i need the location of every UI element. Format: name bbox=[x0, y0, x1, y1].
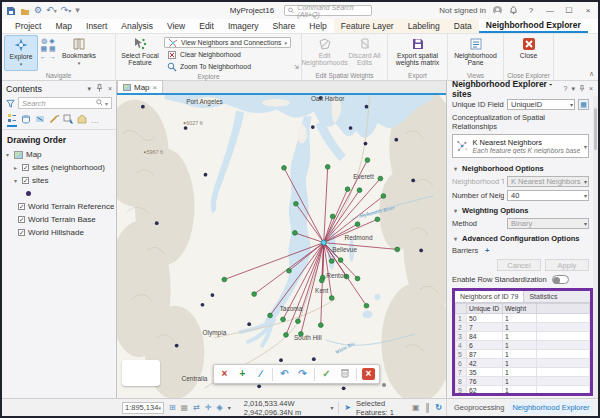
neighbor-point[interactable] bbox=[318, 323, 323, 328]
neighbor-point[interactable] bbox=[268, 313, 273, 318]
table-row[interactable]: 3841 bbox=[456, 332, 590, 341]
apply-button[interactable]: Apply bbox=[545, 259, 589, 271]
neighborhood-pane-button[interactable]: Neighborhood Pane bbox=[452, 35, 500, 68]
attribute-table-icon[interactable]: ▣ bbox=[412, 403, 420, 412]
notifications-bell-icon[interactable] bbox=[509, 6, 518, 15]
menu-tab-feature-layer[interactable]: Feature Layer bbox=[334, 19, 401, 33]
signin-status[interactable]: Not signed in bbox=[439, 6, 486, 15]
site-point[interactable] bbox=[419, 249, 423, 253]
explore-button[interactable]: Explore ▾ bbox=[4, 35, 38, 71]
menu-tab-edit[interactable]: Edit bbox=[192, 19, 221, 33]
swap-arrows-icon[interactable]: ⇄ bbox=[193, 403, 200, 412]
grid-plus-icon[interactable]: ⊞ bbox=[169, 403, 176, 412]
undo-icon[interactable]: ↶ bbox=[278, 368, 291, 380]
edit-neighborhoods-button[interactable]: Edit Neighborhoods bbox=[306, 35, 344, 68]
add-barrier-icon[interactable]: + bbox=[485, 246, 489, 255]
neighbor-point[interactable] bbox=[381, 194, 386, 199]
column-header-unique-id[interactable]: Unique ID bbox=[467, 304, 503, 314]
customize-qat-icon[interactable]: ▾ bbox=[75, 6, 80, 15]
neighbor-point[interactable] bbox=[357, 188, 362, 193]
sites-symbol-row[interactable] bbox=[4, 187, 114, 200]
map-view-tab[interactable]: Map × bbox=[117, 80, 163, 93]
site-point[interactable] bbox=[279, 358, 283, 362]
close-toolbar-icon[interactable]: × bbox=[362, 368, 375, 380]
site-point[interactable] bbox=[155, 221, 159, 225]
view-neighbors-connections-button[interactable]: View Neighbors and Connections ▾ bbox=[164, 37, 291, 48]
help-icon[interactable]: ? bbox=[525, 6, 537, 15]
site-point[interactable] bbox=[312, 357, 316, 361]
dialog-launcher-icon[interactable]: ⇲ bbox=[294, 63, 299, 70]
close-button[interactable]: × bbox=[582, 6, 594, 15]
neighbor-point[interactable] bbox=[395, 247, 400, 252]
more-options-icon[interactable]: … bbox=[91, 116, 99, 125]
refresh-icon[interactable]: ↻ bbox=[435, 403, 442, 412]
neighbor-point[interactable] bbox=[365, 158, 370, 163]
menu-tab-labeling[interactable]: Labeling bbox=[401, 19, 447, 33]
tree-item-sites-neighborhood[interactable]: ▸ ✓ sites (neighborhood) bbox=[4, 161, 114, 174]
pin-icon[interactable] bbox=[579, 85, 585, 93]
chevron-down-icon[interactable]: ▾ bbox=[87, 85, 91, 93]
neighbor-point[interactable] bbox=[330, 214, 335, 219]
close-icon[interactable]: × bbox=[589, 85, 593, 92]
site-point[interactable] bbox=[204, 173, 208, 177]
expander-icon[interactable]: ▸ bbox=[12, 164, 19, 171]
finish-icon[interactable]: ✓ bbox=[320, 368, 333, 380]
neighbor-point[interactable] bbox=[293, 231, 298, 236]
menu-tab-view[interactable]: View bbox=[160, 19, 192, 33]
tab-neighbors-of-id[interactable]: Neighbors of ID 79 bbox=[455, 291, 524, 302]
filter-icon[interactable] bbox=[6, 99, 15, 108]
chevron-down-icon[interactable]: ▾ bbox=[105, 100, 108, 107]
navigator-icon[interactable]: ◈ bbox=[217, 403, 223, 412]
neighbor-point[interactable] bbox=[252, 292, 257, 297]
table-row[interactable]: 5871 bbox=[456, 350, 590, 359]
table-row[interactable]: 6421 bbox=[456, 359, 590, 368]
neighbor-point[interactable] bbox=[287, 268, 292, 273]
tree-item-world-terrain-reference[interactable]: ✓ World Terrain Reference bbox=[4, 200, 114, 213]
site-point[interactable] bbox=[211, 293, 215, 297]
site-point[interactable] bbox=[201, 303, 205, 307]
neighbor-point[interactable] bbox=[296, 319, 301, 324]
map-coordinates[interactable]: 2,016,533.44W 2,942,096.34N m bbox=[244, 399, 326, 417]
table-row[interactable]: 271 bbox=[456, 323, 590, 332]
zoom-to-neighborhood-button[interactable]: Zoom To Neighborhood bbox=[164, 61, 291, 72]
neighbor-point[interactable] bbox=[294, 201, 299, 206]
site-point[interactable] bbox=[349, 126, 353, 130]
menu-tab-share[interactable]: Share bbox=[266, 19, 303, 33]
table-row[interactable]: 7351 bbox=[456, 368, 590, 377]
edit-sketch-icon[interactable]: ∕ bbox=[254, 368, 267, 380]
site-point[interactable] bbox=[247, 322, 251, 326]
cancel-button[interactable]: Cancel bbox=[497, 259, 541, 271]
map-scale-input[interactable]: 1:895,134 ▾ bbox=[122, 402, 164, 414]
minimize-button[interactable]: — bbox=[544, 6, 556, 15]
conceptualization-combo[interactable]: K Nearest Neighbors Each feature gets K … bbox=[452, 134, 589, 158]
bookmarks-button[interactable]: Bookmarks ▾ bbox=[58, 35, 100, 69]
menu-tab-help[interactable]: Help bbox=[302, 19, 333, 33]
site-point[interactable] bbox=[364, 142, 368, 146]
previous-extent-icon[interactable]: ← bbox=[40, 53, 47, 60]
list-by-labeling-icon[interactable] bbox=[77, 114, 87, 126]
neighbor-point[interactable] bbox=[281, 317, 286, 322]
neighborhood-type-combo[interactable]: K Nearest Neighbors bbox=[507, 176, 589, 187]
command-search-input[interactable]: Command Search (Alt+Q) bbox=[284, 5, 372, 16]
expander-icon[interactable]: ▾ bbox=[4, 151, 11, 158]
method-combo[interactable]: Binary bbox=[507, 218, 589, 229]
save-icon[interactable] bbox=[6, 6, 16, 16]
tab-statistics[interactable]: Statistics bbox=[524, 291, 562, 302]
tree-item-map[interactable]: ▾ Map bbox=[4, 148, 114, 161]
close-icon[interactable]: × bbox=[108, 85, 112, 92]
neighbor-point[interactable] bbox=[329, 259, 334, 264]
list-by-source-icon[interactable] bbox=[21, 114, 31, 126]
menu-tab-insert[interactable]: Insert bbox=[79, 19, 114, 33]
neighbor-point[interactable] bbox=[355, 276, 360, 281]
toolbar-grip-icon[interactable] bbox=[382, 383, 386, 387]
help-icon[interactable]: ? bbox=[563, 85, 567, 92]
field-table-icon[interactable]: ▦ bbox=[578, 99, 589, 110]
avatar[interactable] bbox=[493, 6, 502, 15]
layer-checkbox[interactable]: ✓ bbox=[18, 229, 25, 236]
redo-icon[interactable]: ↷▾ bbox=[61, 6, 72, 16]
bottom-tab-neighborhood-explorer[interactable]: Neighborhood Explorer bbox=[509, 401, 592, 414]
neighbor-point[interactable] bbox=[284, 333, 289, 338]
neighbor-point[interactable] bbox=[325, 165, 330, 170]
delete-selection-icon[interactable]: × bbox=[218, 368, 231, 380]
pin-icon[interactable] bbox=[96, 84, 103, 93]
